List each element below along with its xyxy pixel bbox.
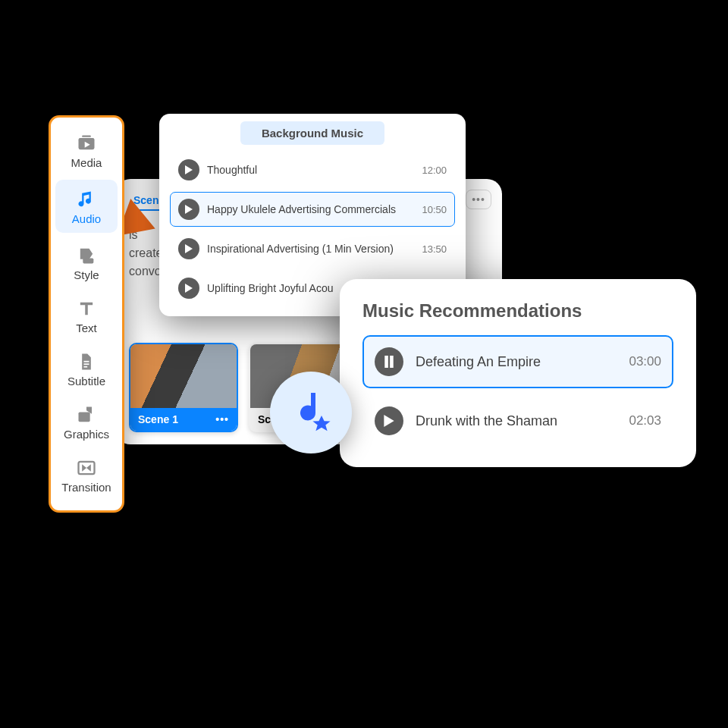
play-icon[interactable] [178, 278, 199, 299]
sidebar-item-graphics[interactable]: Graphics [51, 395, 122, 448]
sidebar-item-label: Subtitle [67, 375, 105, 388]
recommendation-row[interactable]: Defeating An Empire 03:00 [362, 335, 673, 388]
sidebar-item-audio[interactable]: Audio [55, 180, 118, 233]
transition-icon [76, 457, 97, 479]
track-title: Inspirational Advertising (1 Min Version… [207, 243, 414, 255]
svg-rect-3 [82, 136, 91, 137]
panel-title: Background Music [240, 121, 384, 145]
music-recommendations-panel: Music Recommendations Defeating An Empir… [340, 279, 696, 467]
sidebar-item-subtitle[interactable]: Subtitle [51, 342, 122, 395]
track-duration: 02:03 [629, 413, 661, 428]
track-row[interactable]: Inspirational Advertising (1 Min Version… [170, 231, 455, 266]
svg-rect-1 [390, 356, 394, 368]
track-duration: 10:50 [422, 204, 447, 215]
svg-rect-4 [83, 259, 93, 264]
sidebar-item-transition[interactable]: Transition [51, 448, 122, 501]
track-row[interactable]: Thoughtful 12:00 [170, 152, 455, 187]
sidebar-item-label: Style [74, 268, 99, 281]
recommendation-row[interactable]: Drunk with the Shaman 02:03 [362, 394, 673, 447]
play-icon[interactable] [178, 238, 199, 259]
sidebar-item-label: Text [76, 322, 97, 334]
sidebar-item-media[interactable]: Media [51, 124, 122, 177]
scene-thumbnail [130, 344, 237, 408]
play-icon[interactable] [375, 406, 403, 435]
track-duration: 13:50 [422, 243, 447, 255]
pause-icon[interactable] [375, 347, 403, 376]
svg-rect-7 [84, 366, 88, 368]
scene-card[interactable]: Scene 1 ••• [129, 343, 238, 432]
svg-rect-6 [84, 363, 89, 365]
track-duration: 12:00 [422, 165, 447, 176]
scene-more-icon[interactable]: ••• [215, 413, 229, 425]
word: create [129, 244, 162, 262]
media-icon [76, 133, 97, 154]
sidebar-item-text[interactable]: Text [51, 289, 122, 342]
play-icon[interactable] [178, 159, 199, 180]
track-title: Defeating An Empire [416, 354, 617, 370]
svg-rect-5 [84, 361, 89, 362]
track-title: Happy Ukulele Advertising Commercials [207, 203, 414, 215]
more-button[interactable]: ••• [466, 190, 491, 209]
sidebar-item-label: Graphics [64, 428, 109, 441]
panel-title: Music Recommendations [362, 300, 673, 322]
sidebar-item-style[interactable]: Style [51, 236, 122, 289]
sidebar: Media Audio Style Text Subtitle Graphics… [49, 115, 124, 513]
scene-label: Scene 1 [138, 413, 178, 425]
track-title: Thoughtful [207, 164, 414, 176]
track-title: Drunk with the Shaman [416, 413, 617, 429]
play-icon[interactable] [178, 199, 199, 220]
text-icon [76, 298, 97, 319]
track-duration: 03:00 [629, 354, 661, 369]
music-star-icon [270, 372, 352, 453]
audio-icon [76, 189, 97, 210]
track-row[interactable]: Happy Ukulele Advertising Commercials 10… [170, 192, 455, 227]
sidebar-item-label: Transition [61, 481, 111, 494]
sidebar-item-label: Audio [72, 212, 101, 225]
svg-rect-0 [384, 356, 388, 368]
sidebar-item-label: Media [71, 156, 102, 169]
graphics-icon [76, 404, 97, 425]
svg-rect-8 [79, 413, 90, 422]
subtitle-icon [76, 351, 97, 372]
style-icon [76, 245, 97, 266]
